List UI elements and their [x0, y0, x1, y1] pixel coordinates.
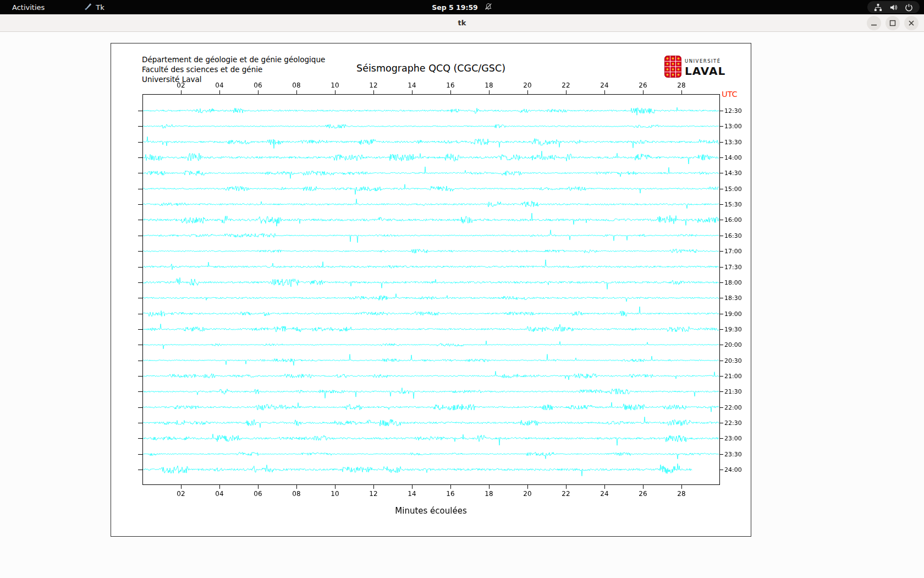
x-tick-label-top: 20	[516, 81, 538, 89]
x-tick-label-top: 10	[324, 81, 346, 89]
utc-label: UTC	[722, 90, 738, 99]
row-tick-left	[138, 173, 142, 173]
power-icon	[905, 3, 913, 12]
row-tick-left	[138, 423, 142, 423]
x-tick-top	[296, 90, 297, 94]
x-tick-label-top: 22	[555, 81, 577, 89]
row-tick-left	[138, 282, 142, 283]
row-tick-left	[138, 376, 142, 377]
activities-button[interactable]: Activities	[7, 2, 50, 13]
minimize-button[interactable]	[867, 16, 881, 30]
row-tick-left	[138, 220, 142, 220]
row-tick-right	[720, 438, 723, 439]
row-time-label: 16:30	[724, 232, 742, 239]
row-tick-right	[720, 361, 723, 361]
clock[interactable]: Sep 5 19:59	[432, 3, 478, 12]
close-button[interactable]	[904, 16, 919, 30]
row-tick-right	[720, 142, 723, 143]
x-tick-bottom	[527, 485, 528, 489]
x-tick-label-bottom: 18	[478, 490, 500, 498]
row-time-label: 17:30	[724, 264, 742, 271]
laval-shield-icon	[664, 56, 681, 80]
seismogram-canvas	[143, 95, 719, 484]
row-tick-right	[720, 204, 723, 205]
row-tick-right	[720, 423, 723, 423]
x-tick-top	[412, 90, 413, 94]
x-tick-bottom	[335, 485, 336, 489]
notifications-muted-icon	[485, 3, 492, 12]
row-tick-left	[138, 236, 142, 236]
x-tick-top	[258, 90, 258, 94]
institution-line-3: Université Laval	[142, 74, 325, 84]
x-tick-top	[604, 90, 605, 94]
row-time-label: 22:30	[724, 419, 742, 427]
x-tick-top	[681, 90, 682, 94]
row-tick-right	[720, 157, 723, 158]
focused-app-menu[interactable]: Tk	[84, 2, 104, 12]
system-status-area[interactable]	[867, 1, 920, 13]
row-time-label: 18:30	[724, 295, 742, 302]
x-tick-label-top: 18	[478, 81, 500, 89]
row-tick-left	[138, 267, 142, 268]
window-title-bar: tk	[0, 14, 924, 32]
laval-logo-laval: LAVAL	[685, 66, 725, 77]
volume-icon	[889, 3, 898, 12]
row-tick-right	[720, 220, 723, 220]
laval-logo-universite: UNIVERSITÉ	[685, 59, 725, 64]
row-tick-left	[138, 470, 142, 470]
plot-frame	[142, 94, 720, 485]
x-tick-bottom	[450, 485, 451, 489]
x-tick-label-bottom: 20	[516, 490, 538, 498]
row-time-label: 14:30	[724, 170, 742, 177]
x-tick-top	[219, 90, 220, 94]
network-icon	[874, 3, 882, 12]
row-tick-right	[720, 329, 723, 330]
row-tick-left	[138, 345, 142, 345]
x-tick-label-bottom: 06	[247, 490, 269, 498]
row-tick-right	[720, 251, 723, 252]
maximize-button[interactable]	[886, 16, 900, 30]
x-tick-label-bottom: 22	[555, 490, 577, 498]
row-time-label: 23:00	[724, 435, 742, 442]
row-tick-left	[138, 438, 142, 439]
x-tick-label-bottom: 10	[324, 490, 346, 498]
x-tick-top	[643, 90, 644, 94]
row-tick-left	[138, 126, 142, 127]
row-tick-left	[138, 391, 142, 392]
row-tick-left	[138, 298, 142, 298]
row-time-label: 13:00	[724, 123, 742, 130]
x-tick-label-bottom: 28	[670, 490, 692, 498]
figure-title: Séismographe QCQ (CGC/GSC)	[111, 63, 751, 74]
x-tick-bottom	[681, 485, 682, 489]
row-time-label: 13:30	[724, 139, 742, 146]
row-time-label: 20:00	[724, 341, 742, 348]
row-time-label: 21:30	[724, 388, 742, 395]
row-time-label: 18:00	[724, 279, 742, 286]
row-tick-right	[720, 407, 723, 408]
row-tick-left	[138, 454, 142, 455]
x-axis-title: Minutes écoulées	[111, 506, 751, 516]
x-tick-label-top: 24	[593, 81, 615, 89]
x-tick-label-bottom: 12	[362, 490, 384, 498]
row-time-label: 14:00	[724, 154, 742, 161]
row-tick-right	[720, 267, 723, 268]
row-tick-right	[720, 298, 723, 298]
x-tick-top	[527, 90, 528, 94]
x-tick-bottom	[412, 485, 413, 489]
row-time-label: 19:30	[724, 326, 742, 333]
row-time-label: 20:30	[724, 357, 742, 364]
x-tick-top	[566, 90, 566, 94]
x-tick-bottom	[219, 485, 220, 489]
row-tick-left	[138, 204, 142, 205]
x-tick-label-bottom: 24	[593, 490, 615, 498]
x-tick-label-top: 16	[439, 81, 461, 89]
row-time-label: 15:30	[724, 201, 742, 208]
x-tick-label-top: 14	[401, 81, 423, 89]
row-tick-left	[138, 361, 142, 361]
row-tick-left	[138, 111, 142, 111]
x-tick-bottom	[489, 485, 490, 489]
x-tick-label-bottom: 08	[285, 490, 307, 498]
x-tick-bottom	[604, 485, 605, 489]
x-tick-label-bottom: 16	[439, 490, 461, 498]
x-tick-top	[489, 90, 490, 94]
